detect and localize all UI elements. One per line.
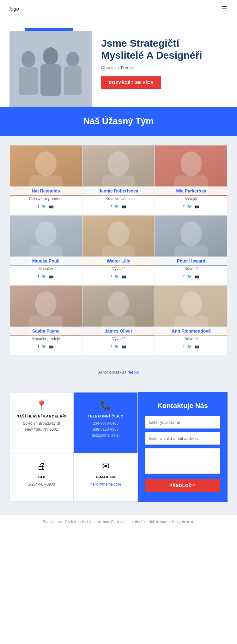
member-role: Návrhář <box>185 337 198 341</box>
social-links: f 🐦 📷 <box>38 274 53 279</box>
instagram-icon[interactable]: 📷 <box>49 204 54 209</box>
footer: Sample text. Click to select the text bo… <box>0 514 237 529</box>
member-name: James Oliver <box>86 328 151 334</box>
facebook-icon[interactable]: f <box>183 204 184 209</box>
contact-phone-box: 📞 TELEFONNÍ ČÍSLO 234-9876-5400 888-0123… <box>74 392 138 453</box>
team-grid-container: Nat Reynolds Celosvětový partner f 🐦 📷 J… <box>0 136 237 365</box>
name-bar: Nat Reynolds <box>10 186 82 195</box>
twitter-icon[interactable]: 🐦 <box>114 204 119 209</box>
team-card: Mía Parkerová Vývojář f 🐦 📷 <box>155 145 228 215</box>
email-icon: ✉ <box>102 461 109 471</box>
contact-submit-button[interactable]: PŘEDLOŽIT <box>145 479 220 492</box>
member-role: Návrhář <box>185 267 198 271</box>
logo: logo <box>9 6 19 12</box>
facebook-icon[interactable]: f <box>111 274 112 279</box>
svg-point-32 <box>180 292 202 316</box>
hero-title: Jsme Strategičtí Myslitelé A Designéři <box>101 37 221 62</box>
contact-email-box: ✉ E-MAILEM hello@theme.com <box>74 453 138 502</box>
contact-office-box: 📍 NAŠÍ HLAVNÍ KANCELÁŘI SoHo 94 Broadway… <box>9 392 74 453</box>
phone-label: TELEFONNÍ ČÍSLO <box>88 414 124 418</box>
people-illustration <box>9 31 92 107</box>
twitter-icon[interactable]: 🐦 <box>42 344 46 349</box>
team-card: Ann Richmondová Návrhář f 🐦 📷 <box>155 285 228 355</box>
twitter-icon[interactable]: 🐦 <box>42 204 46 209</box>
svg-point-17 <box>35 222 57 246</box>
instagram-icon[interactable]: 📷 <box>194 344 199 349</box>
facebook-icon[interactable]: f <box>38 344 39 349</box>
hero-image <box>9 31 92 107</box>
facebook-icon[interactable]: f <box>38 274 39 279</box>
facebook-icon[interactable]: f <box>183 274 184 279</box>
contact-form-title: Kontaktuje Nás <box>145 402 220 410</box>
fax-label: FAX <box>38 475 45 479</box>
phone-icon: 📞 <box>100 400 111 411</box>
team-card: Peter Howard Návrhář f 🐦 📷 <box>155 215 228 285</box>
member-role: Kreativní vůdce <box>106 197 132 201</box>
member-role: Manažer prodeje <box>32 337 60 341</box>
twitter-icon[interactable]: 🐦 <box>114 344 119 349</box>
member-name: Mía Parkerová <box>158 188 224 193</box>
hero-text: Jsme Strategičtí Myslitelé A Designéři O… <box>92 31 228 95</box>
svg-rect-2 <box>19 67 38 95</box>
name-bar: James Oliver <box>82 327 155 335</box>
name-bar: Jennie Robertsová <box>82 186 155 195</box>
twitter-icon[interactable]: 🐦 <box>114 274 119 279</box>
svg-rect-6 <box>64 66 82 95</box>
social-links: f 🐦 📷 <box>111 274 126 279</box>
contact-section: 📍 NAŠÍ HLAVNÍ KANCELÁŘI SoHo 94 Broadway… <box>0 380 237 514</box>
email-address: hello@theme.com <box>90 482 121 487</box>
member-role: Vývojář <box>112 337 125 341</box>
instagram-icon[interactable]: 📷 <box>49 344 54 349</box>
facebook-icon[interactable]: f <box>111 204 112 209</box>
office-address: SoHo 94 Broadway St New York, NY 1001 <box>23 421 60 433</box>
twitter-icon[interactable]: 🐦 <box>187 344 192 349</box>
twitter-icon[interactable]: 🐦 <box>42 274 46 279</box>
facebook-icon[interactable]: f <box>111 344 112 349</box>
svg-point-26 <box>35 292 57 316</box>
contact-email-input[interactable] <box>145 432 220 445</box>
instagram-icon[interactable]: 📷 <box>122 274 126 279</box>
svg-point-14 <box>180 151 202 176</box>
team-title: Náš Úžasný Tým <box>9 116 228 126</box>
svg-point-8 <box>35 151 57 176</box>
name-bar: Peter Howard <box>155 257 227 265</box>
member-name: Walter Lilly <box>86 258 151 263</box>
svg-rect-4 <box>40 64 61 96</box>
contact-form-box: Kontaktuje Nás PŘEDLOŽIT <box>138 392 228 502</box>
team-card: Monika Pouli Manažer f 🐦 📷 <box>9 215 82 285</box>
twitter-icon[interactable]: 🐦 <box>187 204 192 209</box>
svg-point-20 <box>108 222 129 246</box>
facebook-icon[interactable]: f <box>183 344 184 349</box>
contact-fax-box: 🖨 FAX 1-234-567-8900 <box>9 453 74 502</box>
phone-value: 234-9876-5400 888-0123-4567 (bezplatná l… <box>92 421 119 439</box>
hero-cta-button[interactable]: DOZVĚDĚT SE VÍCE <box>101 76 161 89</box>
contact-name-input[interactable] <box>145 416 220 428</box>
social-links: f 🐦 📷 <box>183 204 199 209</box>
instagram-icon[interactable]: 📷 <box>194 204 199 209</box>
footer-text: Sample text. Click to select the text bo… <box>9 520 228 524</box>
member-name: Monika Pouli <box>13 258 79 263</box>
instagram-icon[interactable]: 📷 <box>122 344 126 349</box>
instagram-icon[interactable]: 📷 <box>194 274 199 279</box>
member-name: Ann Richmondová <box>158 328 224 334</box>
contact-message-input[interactable] <box>145 448 220 474</box>
menu-icon[interactable]: ☰ <box>221 5 228 13</box>
instagram-icon[interactable]: 📷 <box>49 274 54 279</box>
team-header: Náš Úžasný Tým <box>0 107 237 136</box>
freepik-link[interactable]: Freepik <box>125 370 139 375</box>
facebook-icon[interactable]: f <box>38 204 39 209</box>
contact-grid: 📍 NAŠÍ HLAVNÍ KANCELÁŘI SoHo 94 Broadway… <box>9 392 228 502</box>
instagram-icon[interactable]: 📷 <box>122 204 126 209</box>
social-links: f 🐦 📷 <box>111 344 126 349</box>
svg-point-29 <box>108 292 129 316</box>
name-bar: Walter Lilly <box>82 257 155 265</box>
email-link[interactable]: hello@theme.com <box>90 482 121 487</box>
email-label: E-MAILEM <box>96 475 115 479</box>
member-role: Vývojář <box>112 267 125 271</box>
twitter-icon[interactable]: 🐦 <box>187 274 192 279</box>
social-links: f 🐦 📷 <box>38 204 53 209</box>
location-icon: 📍 <box>36 400 47 411</box>
member-name: Jennie Robertsová <box>86 188 151 193</box>
name-bar: Monika Pouli <box>10 257 82 265</box>
team-card: Walter Lilly Vývojář f 🐦 📷 <box>82 215 155 285</box>
